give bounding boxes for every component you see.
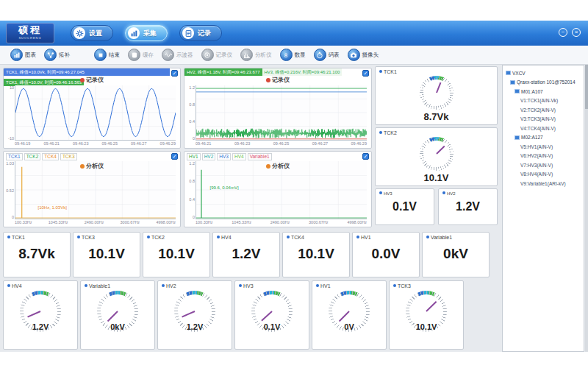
minimize-icon[interactable]: −: [559, 28, 567, 37]
window-controls: − ×: [559, 28, 581, 37]
recorder-title-icon: [266, 78, 270, 82]
toolbar-item-recorder[interactable]: 记录仪: [201, 49, 233, 61]
gauge-dial: [420, 137, 453, 171]
channel-dot-icon: [147, 236, 150, 238]
channel-dot-icon: [379, 191, 382, 194]
recorder-panel-1: ✓ TCK1, 峰值=10.0Vk, 时间=09:46:27.045 TCK1,…: [3, 68, 181, 149]
display-value: 1.2V: [213, 246, 279, 262]
display-label: TCK4: [283, 233, 349, 241]
panel-checkbox[interactable]: ✓: [171, 153, 178, 160]
settings-button[interactable]: 设置: [71, 25, 113, 41]
stop-icon: [94, 49, 107, 61]
recorder1-plot: [15, 85, 176, 141]
station-icon: [510, 80, 515, 85]
display-value: 1.2V: [439, 200, 497, 213]
analyzer2-chart: [196, 161, 367, 219]
tab-hv1[interactable]: HV1: [187, 153, 201, 160]
recorder1-chart: [15, 85, 176, 140]
panel-checkbox[interactable]: ✓: [362, 153, 369, 160]
document-icon: [182, 27, 194, 39]
tab-tck2[interactable]: TCK2: [24, 153, 41, 160]
display-value: 0kV: [423, 246, 489, 262]
x-axis-ticks: 09:46:2109:46:2309:46:2509:46:2709:46:29: [196, 141, 367, 147]
tab-variable1[interactable]: Variable1: [248, 153, 272, 160]
y-axis-ticks: 10-10: [4, 85, 14, 141]
recorder2-plot: [196, 85, 367, 141]
channel-dot-icon: [356, 236, 359, 238]
legend-entry: HV3, 峰值=0.216V, 时间=09:46:21.100: [262, 68, 343, 76]
tree-item-channel-v4[interactable]: V4:TCK4(AIN-V): [504, 124, 582, 133]
module-icon: [514, 89, 520, 93]
close-icon[interactable]: ×: [572, 28, 581, 37]
tree-item-channel-v8[interactable]: V8:HV4(AIN-V): [504, 170, 582, 180]
recorder-icon: [201, 49, 214, 61]
tree-item-channel-v5[interactable]: V5:HV1(AIN-V): [504, 142, 582, 152]
gauge-label: HV4: [4, 281, 77, 290]
tree-item-root[interactable]: VXCV: [504, 68, 582, 78]
tab-hv4[interactable]: HV4: [232, 153, 246, 160]
numeric-display-hv1: HV1 0.0V: [352, 232, 420, 277]
computer-icon: [506, 71, 511, 75]
waveform-icon: [162, 49, 174, 61]
numeric-display-tck2: TCK2 10.1V: [143, 232, 210, 277]
gauge-value: 10.1V: [376, 172, 497, 183]
topology-icon: [44, 49, 57, 61]
record-button[interactable]: 记录: [179, 25, 222, 41]
panel-checkbox[interactable]: ✓: [362, 70, 369, 77]
tree-item-channel-v6[interactable]: V6:HV2(AIN-V): [504, 152, 582, 161]
tree-item-channel-v3[interactable]: V3:TCK3(AIN-V): [504, 115, 582, 124]
settings-label: 设置: [89, 29, 102, 38]
channel-dot-icon: [217, 236, 220, 238]
y-axis-ticks: 1.030.520: [4, 161, 14, 219]
gauge-panel-tck3: TCK3 10.1V: [389, 280, 464, 350]
numeric-display-tck1: TCK1 8.7Vk: [3, 232, 71, 277]
gauge-label: HV1: [312, 281, 386, 290]
tab-hv2[interactable]: HV2: [202, 153, 216, 160]
toolbar-item-digital-display[interactable]: 8 数显: [280, 49, 306, 61]
tree-item-module-m01[interactable]: M01:A107: [504, 87, 582, 96]
record-label: 记录: [198, 29, 211, 38]
database-icon: [128, 49, 140, 61]
tree-item-channel-v7[interactable]: V7:HV3(AIN-V): [504, 160, 582, 170]
title-bar: 硕程 SUOCHENG 设置 采集 记录: [0, 21, 588, 46]
numeric-display-tck4: TCK4 10.1V: [282, 232, 350, 277]
recorder-panel-2: ✓ HV2, 峰值=1.18V, 时间=09:46:23.677 HV3, 峰值…: [184, 68, 372, 149]
scrollbar[interactable]: [585, 65, 588, 352]
cursor-annotation: [99.6, 0.04mV]: [210, 185, 239, 190]
scrollbar-thumb[interactable]: [585, 65, 588, 109]
toolbar: 图表 拓补 结束 缓存 示波器 记录仪 分析仪 8 数显: [0, 46, 588, 65]
panel-checkbox[interactable]: ✓: [171, 70, 178, 77]
toolbar-item-chart[interactable]: 图表: [10, 49, 36, 61]
tab-tck1[interactable]: TCK1: [6, 153, 23, 160]
app-window: 硕程 SUOCHENG 设置 采集 记录: [0, 0, 588, 368]
toolbar-item-camera[interactable]: 摄像头: [348, 49, 379, 61]
tree-item-channel-v1[interactable]: V1:TCK1(AIN-Vk): [504, 96, 582, 106]
gauge-panel-hv1: HV1 0V: [312, 280, 387, 350]
analyzer1-tabs: TCK1 TCK2 TCK4 TCK3: [6, 153, 77, 160]
tab-tck4[interactable]: TCK4: [42, 153, 59, 160]
tree-item-station[interactable]: Qraxx-station 101@752014: [504, 78, 582, 88]
y-axis-ticks: 1.20.80.40: [185, 161, 195, 219]
channel-dot-icon: [162, 284, 165, 287]
tab-tck3[interactable]: TCK3: [60, 153, 77, 160]
logo-subtext: SUOCHENG: [6, 37, 54, 40]
display-value: 0.0V: [353, 246, 419, 262]
acquire-button[interactable]: 采集: [125, 25, 168, 41]
tree-item-module-m02[interactable]: M02:A127: [504, 133, 582, 143]
toolbar-item-cache[interactable]: 缓存: [128, 49, 154, 61]
tree-item-channel-v2[interactable]: V2:TCK2(AIN-V): [504, 105, 582, 115]
toolbar-item-meter[interactable]: 码表: [314, 49, 340, 61]
tree-item-channel-v9[interactable]: V9:Variable1(ARI-kV): [504, 179, 582, 188]
toolbar-item-analyzer[interactable]: 分析仪: [240, 49, 272, 61]
channel-dot-icon: [239, 284, 242, 287]
display-label: TCK2: [143, 233, 209, 241]
toolbar-item-topology[interactable]: 拓补: [44, 49, 70, 61]
toolbar-item-oscilloscope[interactable]: 示波器: [162, 49, 193, 61]
gauge-panel-hv4: HV4 1.2V: [3, 280, 78, 350]
channel-dot-icon: [316, 284, 319, 287]
tab-hv3[interactable]: HV3: [217, 153, 231, 160]
mini-display-hv2: HV2 1.2V: [438, 188, 498, 225]
stopwatch-icon: [314, 49, 326, 61]
toolbar-item-stop[interactable]: 结束: [94, 49, 120, 61]
display-label: HV3: [376, 189, 434, 198]
